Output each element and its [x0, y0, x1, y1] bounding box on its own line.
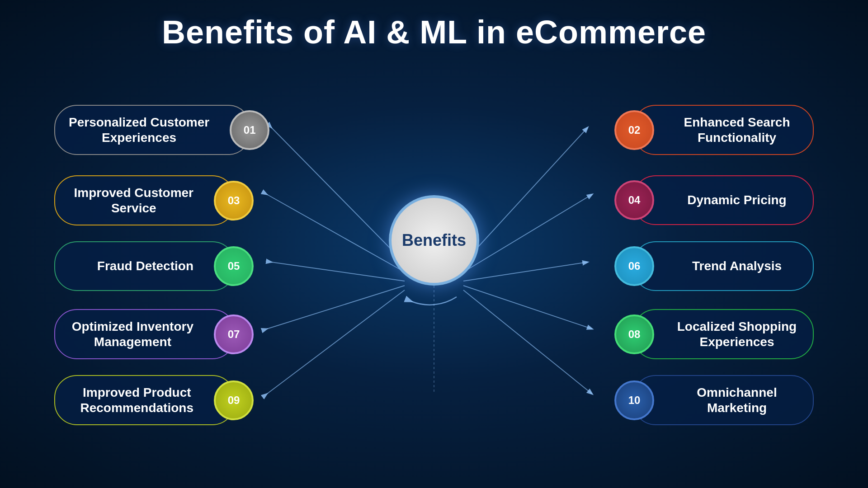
benefit-item-01: Personalized CustomerExperiences 01: [54, 105, 251, 155]
page-title: Benefits of AI & ML in eCommerce: [0, 0, 868, 51]
benefit-label-06: Trend Analysis: [675, 258, 799, 274]
svg-line-9: [463, 290, 592, 394]
benefit-item-03: Improved CustomerService 03: [54, 175, 235, 225]
benefit-label-10: OmnichannelMarketing: [675, 385, 799, 415]
svg-line-0: [271, 127, 405, 263]
badge-05: 05: [214, 246, 254, 286]
benefit-label-03: Improved CustomerService: [74, 185, 194, 216]
center-benefits-circle: Benefits: [389, 195, 479, 286]
badge-08: 08: [614, 314, 654, 354]
svg-line-5: [463, 262, 588, 281]
benefit-item-06: 06 Trend Analysis: [633, 241, 814, 291]
benefit-item-02: 02 Enhanced SearchFunctionality: [633, 105, 814, 155]
pill-10: 10 OmnichannelMarketing: [633, 375, 814, 425]
badge-01: 01: [230, 110, 269, 150]
benefit-item-04: 04 Dynamic Pricing: [633, 175, 814, 225]
svg-line-3: [463, 194, 592, 272]
pill-02: 02 Enhanced SearchFunctionality: [633, 105, 814, 155]
svg-line-2: [267, 194, 405, 272]
benefit-label-07: Optimized InventoryManagement: [72, 319, 193, 349]
pill-09: Improved ProductRecommendations 09: [54, 375, 235, 425]
badge-04: 04: [614, 180, 654, 220]
pill-07: Optimized InventoryManagement 07: [54, 309, 235, 359]
badge-09: 09: [214, 380, 254, 420]
svg-line-1: [463, 127, 588, 263]
diagram-container: Benefits Personalized CustomerExperience…: [0, 51, 868, 488]
benefit-item-09: Improved ProductRecommendations 09: [54, 375, 235, 425]
badge-02: 02: [614, 110, 654, 150]
benefit-item-08: 08 Localized ShoppingExperiences: [633, 309, 814, 359]
center-label: Benefits: [402, 231, 466, 250]
benefit-label-02: Enhanced SearchFunctionality: [675, 115, 799, 145]
badge-10: 10: [614, 380, 654, 420]
svg-line-8: [267, 290, 405, 394]
benefit-label-09: Improved ProductRecommendations: [80, 385, 194, 415]
benefit-label-01: Personalized CustomerExperiences: [69, 115, 209, 145]
badge-03: 03: [214, 181, 254, 221]
pill-01: Personalized CustomerExperiences 01: [54, 105, 251, 155]
pill-06: 06 Trend Analysis: [633, 241, 814, 291]
benefit-label-04: Dynamic Pricing: [675, 192, 799, 208]
svg-line-4: [271, 262, 405, 281]
benefit-item-07: Optimized InventoryManagement 07: [54, 309, 235, 359]
benefit-label-05: Fraud Detection: [97, 258, 193, 274]
badge-07: 07: [214, 314, 254, 354]
benefit-item-10: 10 OmnichannelMarketing: [633, 375, 814, 425]
svg-line-6: [267, 286, 405, 329]
pill-08: 08 Localized ShoppingExperiences: [633, 309, 814, 359]
benefit-item-05: Fraud Detection 05: [54, 241, 235, 291]
benefit-label-08: Localized ShoppingExperiences: [675, 319, 799, 349]
pill-03: Improved CustomerService 03: [54, 175, 235, 225]
svg-line-7: [463, 286, 592, 329]
pill-04: 04 Dynamic Pricing: [633, 175, 814, 225]
pill-05: Fraud Detection 05: [54, 241, 235, 291]
badge-06: 06: [614, 246, 654, 286]
